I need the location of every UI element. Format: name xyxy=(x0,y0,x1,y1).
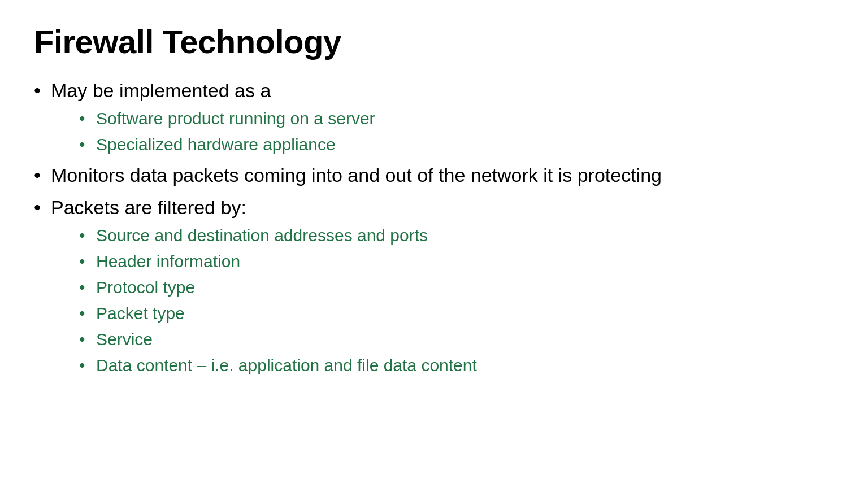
main-list: May be implemented as a Software product… xyxy=(34,77,834,383)
slide-container: Firewall Technology May be implemented a… xyxy=(0,0,868,488)
content-area: May be implemented as a Software product… xyxy=(34,77,834,383)
list-item-service: Service xyxy=(73,328,834,351)
list-item-header-info: Header information xyxy=(73,250,834,273)
list-item-monitors: Monitors data packets coming into and ou… xyxy=(34,162,834,189)
sub-list-filtered: Source and destination addresses and por… xyxy=(73,224,834,377)
list-item-source-dest: Source and destination addresses and por… xyxy=(73,224,834,247)
list-item-packet-type: Packet type xyxy=(73,302,834,325)
list-item-implemented: May be implemented as a Software product… xyxy=(34,77,834,156)
sub-list-implemented: Software product running on a server Spe… xyxy=(73,107,834,156)
list-item-filtered: Packets are filtered by: Source and dest… xyxy=(34,194,834,377)
list-item-hardware: Specialized hardware appliance xyxy=(73,133,834,156)
slide-title: Firewall Technology xyxy=(34,23,834,60)
list-item-protocol-type: Protocol type xyxy=(73,276,834,299)
list-item-data-content: Data content – i.e. application and file… xyxy=(73,354,834,377)
list-item-software: Software product running on a server xyxy=(73,107,834,130)
